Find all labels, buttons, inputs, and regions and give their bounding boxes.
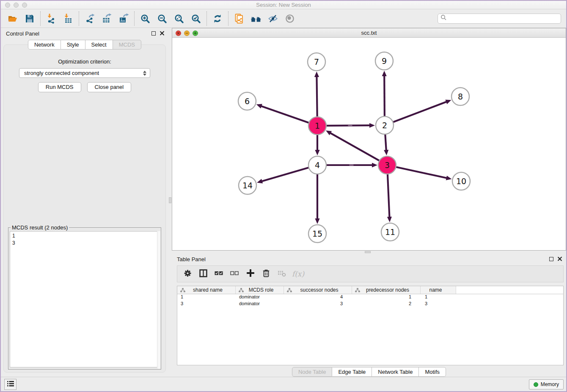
- tab-network-table[interactable]: Network Table: [372, 367, 419, 377]
- graph-node-14[interactable]: 14: [239, 177, 256, 194]
- graph-node-15[interactable]: 15: [308, 225, 326, 243]
- tab-mcds[interactable]: MCDS: [113, 40, 141, 50]
- run-mcds-button[interactable]: Run MCDS: [38, 82, 81, 92]
- graph-node-10[interactable]: 10: [452, 172, 470, 190]
- vertical-splitter[interactable]: [168, 28, 172, 377]
- memory-button[interactable]: Memory: [529, 379, 564, 389]
- unselect-all-columns-button[interactable]: [227, 267, 242, 281]
- search-field[interactable]: [438, 14, 561, 24]
- refresh-layout-button[interactable]: [209, 11, 226, 26]
- splitter-grip[interactable]: [365, 251, 371, 253]
- gear-icon: [184, 269, 192, 279]
- column-header-successor-nodes[interactable]: successor nodes: [284, 286, 352, 294]
- task-history-button[interactable]: [4, 379, 17, 390]
- graph-node-11[interactable]: 11: [381, 223, 399, 241]
- toolbar-separator: [134, 11, 135, 26]
- tab-motifs[interactable]: Motifs: [419, 367, 446, 377]
- table-row[interactable]: 3 dominator 3 2 3: [177, 301, 563, 308]
- table-settings-button[interactable]: [180, 267, 195, 281]
- tab-node-table[interactable]: Node Table: [292, 367, 333, 377]
- open-session-button[interactable]: [4, 11, 21, 26]
- open-folder-icon: [8, 14, 18, 24]
- table-row[interactable]: 1 dominator 4 1 1: [177, 294, 563, 301]
- zoom-out-button[interactable]: [154, 11, 171, 26]
- network-canvas[interactable]: 1234678910111415: [172, 38, 566, 250]
- first-neighbors-button[interactable]: [248, 11, 264, 26]
- float-panel-icon[interactable]: [151, 31, 156, 36]
- zoom-in-button[interactable]: [137, 11, 154, 26]
- graph-edge-4-15[interactable]: [315, 173, 319, 224]
- graph-node-8[interactable]: 8: [451, 88, 469, 105]
- tab-style[interactable]: Style: [61, 40, 85, 50]
- hide-selected-button[interactable]: [264, 11, 281, 26]
- show-all-button[interactable]: [281, 11, 298, 26]
- zoom-selected-icon: [191, 14, 201, 24]
- graph-node-7[interactable]: 7: [308, 53, 325, 71]
- graph-edge-2-9[interactable]: [382, 71, 387, 117]
- clone-network-icon: [234, 14, 244, 24]
- save-floppy-icon: [25, 14, 35, 24]
- graph-node-6[interactable]: 6: [238, 92, 256, 110]
- export-image-icon: [118, 14, 129, 24]
- close-panel-button[interactable]: Close panel: [87, 82, 132, 92]
- svg-text:10: 10: [456, 177, 466, 186]
- export-table-button[interactable]: [98, 11, 115, 26]
- graph-edge-1-2[interactable]: [325, 123, 375, 128]
- network-window-title: scc.txt: [172, 28, 566, 38]
- result-scrollbar[interactable]: [157, 231, 160, 369]
- cell-successor-nodes: 4: [284, 294, 352, 301]
- close-panel-icon[interactable]: [160, 31, 164, 36]
- select-all-columns-button[interactable]: [211, 267, 227, 281]
- svg-text:3: 3: [385, 160, 390, 170]
- hierarchy-icon: [180, 288, 185, 293]
- float-panel-icon[interactable]: [549, 257, 553, 261]
- eye-slash-icon: [268, 14, 278, 24]
- column-header-shared-name[interactable]: shared name: [177, 286, 236, 294]
- graph-edge-1-4[interactable]: [315, 134, 319, 155]
- tab-edge-table[interactable]: Edge Table: [332, 367, 372, 377]
- graph-edge-4-14[interactable]: [257, 167, 310, 183]
- graph-node-4[interactable]: 4: [308, 156, 326, 174]
- graph-edge-3-1[interactable]: [326, 130, 380, 161]
- clone-network-button[interactable]: [231, 11, 248, 26]
- graph-edge-2-8[interactable]: [392, 100, 451, 123]
- delete-column-button[interactable]: [258, 267, 274, 281]
- graph-node-3[interactable]: 3: [378, 156, 396, 174]
- graph-edge-2-3[interactable]: [384, 133, 388, 155]
- tab-select[interactable]: Select: [85, 40, 113, 50]
- function-builder-button[interactable]: f(x): [289, 267, 305, 281]
- show-column-panel-button[interactable]: [195, 267, 211, 281]
- column-header-mcds-role[interactable]: MCDS role: [236, 286, 284, 294]
- search-input[interactable]: [447, 14, 561, 23]
- splitter-grip[interactable]: [169, 197, 171, 203]
- graph-edge-1-7[interactable]: [314, 72, 319, 118]
- import-network-button[interactable]: [43, 11, 60, 26]
- window-title: Session: New Session: [1, 1, 566, 9]
- tab-network[interactable]: Network: [28, 40, 61, 50]
- graph-node-1[interactable]: 1: [308, 117, 326, 135]
- graph-node-2[interactable]: 2: [376, 116, 394, 134]
- graph-edge-1-6[interactable]: [256, 104, 310, 123]
- criterion-dropdown[interactable]: strongly connected component: [19, 68, 150, 78]
- horizontal-splitter[interactable]: [172, 251, 566, 254]
- table-panel-title: Table Panel: [177, 256, 206, 262]
- create-column-button[interactable]: [242, 267, 258, 281]
- graph-edge-3-10[interactable]: [395, 167, 452, 180]
- import-table-button[interactable]: [60, 11, 77, 26]
- close-panel-icon[interactable]: [557, 257, 562, 261]
- column-header-name[interactable]: name: [421, 286, 456, 294]
- zoom-selected-button[interactable]: [187, 11, 204, 26]
- zoom-out-icon: [157, 14, 167, 24]
- control-panel-title: Control Panel: [6, 30, 39, 37]
- graph-node-9[interactable]: 9: [375, 52, 393, 70]
- graph-edge-4-3[interactable]: [325, 163, 377, 167]
- graph-edge-3-11[interactable]: [387, 173, 392, 222]
- cell-mcds-role: dominator: [236, 294, 284, 301]
- export-network-button[interactable]: [81, 11, 98, 26]
- delete-table-button[interactable]: [274, 267, 289, 281]
- save-session-button[interactable]: [21, 11, 38, 26]
- mcds-result-text[interactable]: 1 3: [10, 231, 160, 367]
- zoom-fit-button[interactable]: [171, 11, 187, 26]
- export-image-button[interactable]: [115, 11, 132, 26]
- column-header-predecessor-nodes[interactable]: predecessor nodes: [352, 286, 421, 294]
